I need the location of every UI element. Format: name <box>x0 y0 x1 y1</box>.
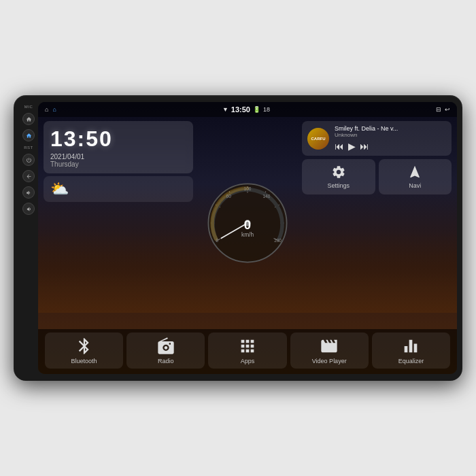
gauge-svg: 0 km/h 0 200 60 140 100 <box>203 179 292 267</box>
car-head-unit: MIC RST ⌂ ⌂ <box>14 95 462 381</box>
navi-button[interactable]: Navi <box>379 159 452 194</box>
minimize-icon[interactable]: ⊟ <box>436 106 441 113</box>
settings-button[interactable]: Settings <box>302 159 375 194</box>
radio-button[interactable]: Radio <box>126 333 205 369</box>
shortcuts-row: Settings Navi <box>302 159 452 194</box>
back-icon[interactable]: ↩ <box>445 106 450 113</box>
center-panel: 0 km/h 0 200 60 140 100 <box>197 121 298 325</box>
svg-text:200: 200 <box>274 238 282 243</box>
music-widget: CARFU Smiley ft. Delia - Ne v... Unknown… <box>302 121 452 156</box>
play-button[interactable]: ▶ <box>348 141 356 152</box>
music-title: Smiley ft. Delia - Ne v... <box>335 125 446 132</box>
bluetooth-label: Bluetooth <box>71 358 97 364</box>
navi-label: Navi <box>409 182 421 189</box>
home-icon[interactable]: ⌂ <box>45 106 48 113</box>
apps-button[interactable]: Apps <box>208 333 286 369</box>
app-bar: Bluetooth Radio Apps <box>38 329 457 374</box>
music-artist: Unknown <box>335 132 446 138</box>
right-panel: CARFU Smiley ft. Delia - Ne v... Unknown… <box>302 121 452 325</box>
radio-label: Radio <box>158 358 174 364</box>
settings-label: Settings <box>327 182 350 189</box>
video-button[interactable]: Video Player <box>290 333 369 369</box>
left-panel: 13:50 2021/04/01 Thursday ⛅ <box>44 121 193 325</box>
weather-widget: ⛅ <box>44 176 193 202</box>
music-controls: ⏮ ▶ ⏭ <box>335 141 446 152</box>
svg-text:0: 0 <box>216 238 219 243</box>
clock-day: Thursday <box>50 160 186 168</box>
speedometer-gauge: 0 km/h 0 200 60 140 100 <box>203 179 292 267</box>
equalizer-label: Equalizer <box>398 358 424 364</box>
apps-label: Apps <box>241 358 255 364</box>
svg-text:km/h: km/h <box>241 231 254 238</box>
svg-text:60: 60 <box>226 194 232 199</box>
main-content-area: 13:50 2021/04/01 Thursday ⛅ <box>38 117 457 329</box>
svg-text:0: 0 <box>244 218 251 232</box>
vol-up-button[interactable] <box>22 186 35 199</box>
back-nav-button[interactable] <box>22 170 35 182</box>
status-bar: ⌂ ⌂ ▼ 13:50 🔋 18 ⊟ ↩ <box>38 102 457 117</box>
main-screen: ⌂ ⌂ ▼ 13:50 🔋 18 ⊟ ↩ <box>38 102 457 374</box>
power-button[interactable] <box>22 154 35 166</box>
home-2-button[interactable] <box>22 129 35 141</box>
side-controls: MIC RST <box>19 102 38 374</box>
vol-down-button[interactable] <box>22 203 35 215</box>
music-info: Smiley ft. Delia - Ne v... Unknown ⏮ ▶ ⏭ <box>335 125 446 152</box>
battery-icon: 🔋 <box>253 106 260 113</box>
rst-label: RST <box>24 146 33 150</box>
clock-display: 13:50 <box>50 126 186 152</box>
video-label: Video Player <box>312 358 347 364</box>
clock-widget: 13:50 2021/04/01 Thursday <box>44 121 193 173</box>
home2-icon[interactable]: ⌂ <box>52 106 56 113</box>
svg-text:140: 140 <box>262 194 270 199</box>
equalizer-button[interactable]: Equalizer <box>372 333 450 369</box>
wifi-icon: ▼ <box>222 106 228 113</box>
weather-icon: ⛅ <box>50 180 69 198</box>
mic-label: MIC <box>24 105 33 109</box>
svg-text:100: 100 <box>244 186 252 191</box>
bluetooth-button[interactable]: Bluetooth <box>45 333 123 369</box>
music-logo: CARFU <box>307 128 329 150</box>
status-time: 13:50 <box>231 105 250 114</box>
prev-button[interactable]: ⏮ <box>335 141 344 152</box>
next-button[interactable]: ⏭ <box>360 141 369 152</box>
home-side-button[interactable] <box>22 113 35 125</box>
battery-value: 18 <box>263 106 270 113</box>
clock-date: 2021/04/01 <box>50 153 186 160</box>
